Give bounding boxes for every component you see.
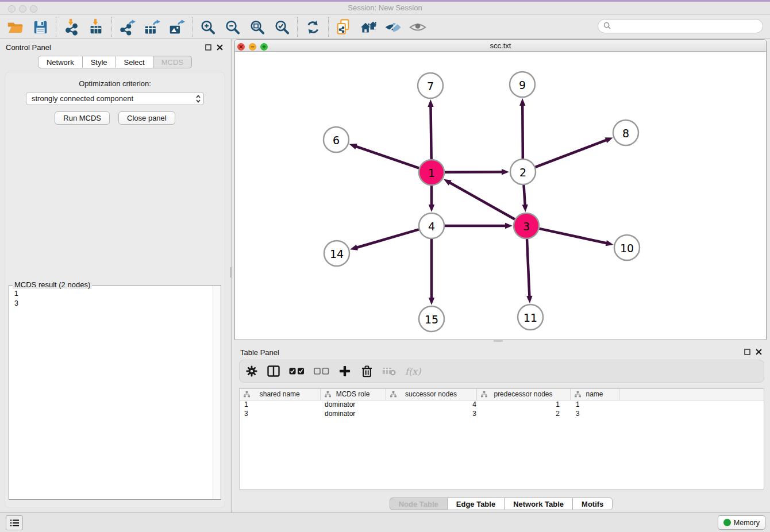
svg-text:3: 3	[523, 220, 530, 233]
table-panel: Table Panel	[232, 342, 770, 510]
cell-name[interactable]: 3	[570, 409, 619, 418]
graph-edge-1-7[interactable]	[428, 99, 433, 159]
criterion-select[interactable]: strongly connected component	[26, 92, 204, 105]
graph-node-4[interactable]: 4	[419, 213, 444, 238]
graph-edge-1-4[interactable]	[429, 186, 434, 212]
graph-edge-2-8[interactable]	[536, 137, 613, 167]
network-canvas[interactable]: 7968124314101511	[235, 52, 766, 340]
cell-MCDS-role[interactable]: dominator	[320, 409, 386, 418]
graph-edge-4-15[interactable]	[429, 239, 434, 305]
node-table[interactable]: shared nameMCDS rolesuccessor nodesprede…	[239, 388, 764, 489]
graph-edge-2-9[interactable]	[519, 98, 525, 159]
cell-successor-nodes[interactable]: 4	[386, 400, 476, 409]
delete-table-icon[interactable]	[382, 364, 396, 379]
list-icon	[10, 519, 20, 527]
close-panel-button[interactable]: Close panel	[118, 111, 175, 125]
graph-node-7[interactable]: 7	[418, 73, 443, 98]
run-mcds-button[interactable]: Run MCDS	[55, 111, 110, 125]
cell-predecessor-nodes[interactable]: 1	[476, 400, 570, 409]
select-all-checkboxes-icon[interactable]	[289, 364, 305, 379]
close-window-icon[interactable]	[8, 5, 16, 13]
add-column-plus-icon[interactable]	[338, 364, 351, 379]
graph-edge-4-14[interactable]	[350, 229, 419, 250]
tab-network[interactable]: Network	[38, 56, 83, 68]
table-row[interactable]: 3dominator323	[240, 409, 764, 418]
graph-node-1[interactable]: 1	[419, 160, 444, 185]
open-folder-icon[interactable]	[5, 17, 26, 37]
export-image-icon[interactable]	[165, 17, 187, 37]
homes-icon[interactable]	[357, 17, 379, 37]
float-panel-icon[interactable]	[205, 44, 211, 52]
maximize-window-icon[interactable]	[30, 5, 37, 13]
refresh-icon[interactable]	[302, 17, 324, 37]
control-panel-header: Control Panel	[0, 41, 230, 54]
float-panel-icon[interactable]	[744, 348, 750, 357]
minimize-window-icon[interactable]	[19, 5, 26, 13]
cell-successor-nodes[interactable]: 3	[386, 409, 476, 418]
table-tab-node-table[interactable]: Node Table	[390, 498, 448, 510]
column-header-predecessor-nodes[interactable]: predecessor nodes	[476, 389, 570, 400]
tab-select[interactable]: Select	[116, 56, 153, 68]
copy-style-icon[interactable]	[333, 17, 355, 37]
close-panel-icon[interactable]	[217, 44, 223, 52]
graph-node-14[interactable]: 14	[324, 241, 349, 266]
column-header-name[interactable]: name	[570, 389, 619, 400]
zoom-selected-icon[interactable]	[271, 17, 292, 37]
column-header-MCDS-role[interactable]: MCDS role	[320, 389, 386, 400]
search-input[interactable]	[614, 22, 763, 30]
memory-button[interactable]: Memory	[718, 515, 765, 530]
graph-node-11[interactable]: 11	[518, 304, 543, 330]
horizontal-splitter-grabber[interactable]	[494, 340, 503, 342]
graph-edge-2-3[interactable]	[522, 185, 528, 212]
graph-edge-1-2[interactable]	[445, 169, 509, 175]
close-panel-icon[interactable]	[756, 348, 762, 357]
table-tab-network-table[interactable]: Network Table	[505, 498, 573, 510]
task-list-button[interactable]	[6, 515, 23, 530]
graph-node-2[interactable]: 2	[510, 159, 536, 184]
import-table-icon[interactable]	[85, 17, 107, 37]
network-window-titlebar[interactable]: scc.txt	[235, 40, 766, 52]
tab-style[interactable]: Style	[83, 56, 116, 68]
graph-node-3[interactable]: 3	[514, 213, 539, 238]
split-columns-icon[interactable]	[267, 364, 280, 379]
graph-node-9[interactable]: 9	[510, 72, 535, 97]
column-header-successor-nodes[interactable]: successor nodes	[386, 389, 476, 400]
cell-shared-name[interactable]: 3	[240, 409, 320, 418]
svg-text:9: 9	[519, 79, 526, 91]
zoom-fit-icon[interactable]	[246, 17, 268, 37]
result-scrollbar[interactable]	[213, 286, 221, 499]
graph-node-6[interactable]: 6	[324, 127, 349, 152]
graph-edge-3-11[interactable]	[526, 239, 532, 303]
hide-details-eye-slash-icon[interactable]	[382, 17, 404, 37]
show-details-eye-icon[interactable]	[407, 17, 429, 37]
cell-name[interactable]: 1	[570, 400, 619, 409]
import-network-icon[interactable]	[60, 17, 82, 37]
table-tab-motifs[interactable]: Motifs	[573, 498, 613, 510]
graph-node-10[interactable]: 10	[614, 235, 640, 260]
search-box[interactable]	[598, 19, 763, 33]
deselect-checkboxes-icon[interactable]	[314, 364, 329, 379]
table-tab-edge-table[interactable]: Edge Table	[448, 498, 505, 510]
cell-MCDS-role[interactable]: dominator	[320, 400, 386, 409]
graph-edge-4-3[interactable]	[445, 223, 513, 229]
graph-node-15[interactable]: 15	[419, 306, 444, 331]
gear-icon[interactable]	[245, 364, 258, 379]
cell-predecessor-nodes[interactable]: 2	[476, 409, 570, 418]
zoom-out-icon[interactable]	[221, 17, 243, 37]
window-controls[interactable]	[8, 5, 37, 13]
function-builder-icon[interactable]: f(x)	[405, 364, 421, 379]
zoom-in-icon[interactable]	[197, 17, 218, 37]
graph-node-8[interactable]: 8	[613, 120, 638, 145]
save-icon[interactable]	[29, 17, 51, 37]
graph-edge-3-10[interactable]	[539, 229, 613, 246]
graph-edge-3-1[interactable]	[444, 179, 515, 219]
column-header-shared-name[interactable]: shared name	[240, 389, 320, 400]
trash-icon[interactable]	[360, 364, 373, 379]
export-network-icon[interactable]	[116, 17, 138, 37]
table-row[interactable]: 1dominator411	[240, 400, 764, 409]
graph-edge-1-6[interactable]	[349, 144, 419, 168]
tab-mcds[interactable]: MCDS	[153, 56, 192, 68]
table-body: 1dominator4113dominator323	[240, 400, 764, 418]
cell-shared-name[interactable]: 1	[240, 400, 320, 409]
export-table-icon[interactable]	[141, 17, 163, 37]
